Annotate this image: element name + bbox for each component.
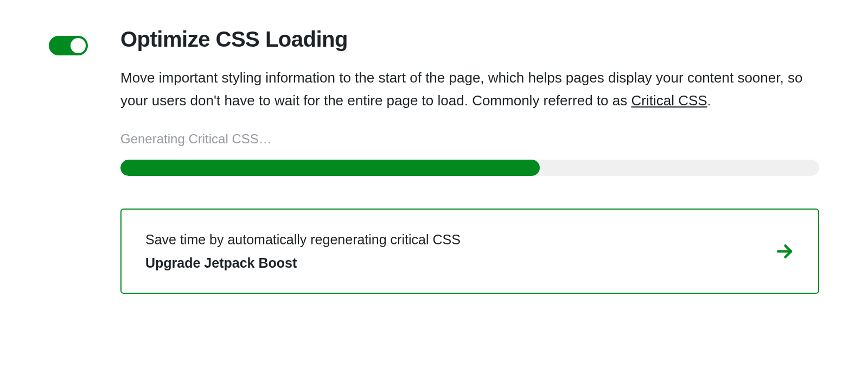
progress-bar-fill <box>120 160 540 176</box>
arrow-right-icon <box>775 242 794 261</box>
toggle-knob <box>71 38 86 53</box>
upgrade-description: Save time by automatically regenerating … <box>145 228 461 251</box>
progress-bar <box>120 160 819 176</box>
section-description: Move important styling information to th… <box>120 67 819 112</box>
critical-css-link[interactable]: Critical CSS <box>631 92 707 109</box>
section-heading: Optimize CSS Loading <box>120 27 819 52</box>
upgrade-cta-text: Upgrade Jetpack Boost <box>145 251 461 275</box>
upgrade-card[interactable]: Save time by automatically regenerating … <box>120 209 819 294</box>
description-text-after: . <box>707 92 711 109</box>
progress-status-text: Generating Critical CSS… <box>120 131 819 147</box>
optimize-css-toggle[interactable] <box>49 36 88 55</box>
